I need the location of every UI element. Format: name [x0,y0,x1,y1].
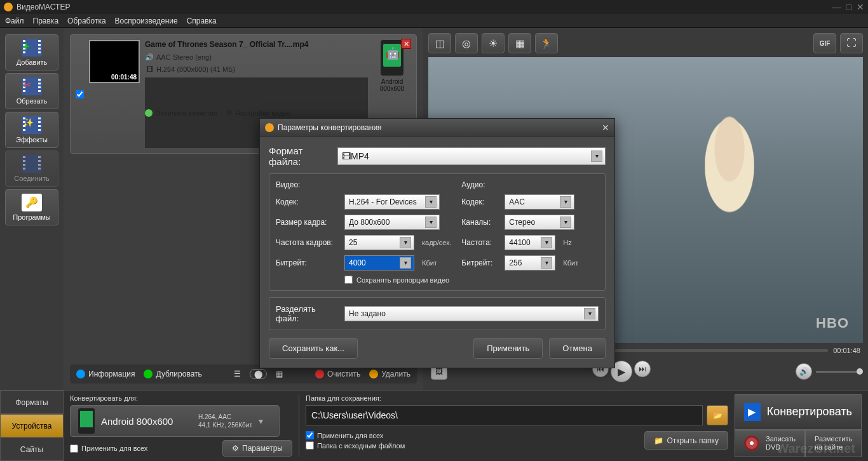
delete-icon [369,370,378,378]
tab-formats[interactable]: Форматы [0,391,64,414]
file-target: Android 800x600 [373,78,411,92]
sidebar-effects[interactable]: Эффекты [5,112,58,148]
save-as-button[interactable]: Сохранить как... [269,338,358,359]
duplicate-icon [144,370,153,378]
enhance-tool[interactable]: ◎ [455,33,478,53]
browse-folder-button[interactable]: 📂 [707,405,728,425]
minimize-button[interactable]: — [832,2,841,12]
fps-select[interactable]: 25 [344,235,414,250]
key-icon [22,194,42,211]
clear-button[interactable]: Очистить [315,370,360,378]
folder-path-input[interactable] [306,405,703,425]
file-duration: 00:01:48 [111,74,137,81]
app-title: ВидеоМАСТЕР [17,3,70,11]
menu-bar: Файл Правка Обработка Воспроизведение Сп… [0,14,868,28]
brightness-tool[interactable]: ☀ [482,33,505,53]
folder-open-icon: 📁 [654,436,663,445]
film-join-icon [22,155,42,173]
film-cut-icon [22,77,42,95]
menu-process[interactable]: Обработка [67,17,106,25]
format-select[interactable]: 🎞 MP4 [337,147,606,165]
android-device-icon [78,408,95,434]
speed-tool[interactable]: 🏃 [535,33,558,53]
gear-icon: ⚙ [232,444,239,453]
dialog-logo-icon [265,123,274,132]
convert-for-label: Конвертировать для: [70,394,292,402]
delete-button[interactable]: Удалить [369,370,410,378]
menu-help[interactable]: Справка [187,17,217,25]
view-toggle-icon[interactable]: ⬤ [250,369,267,379]
clear-icon [315,370,324,378]
convert-button[interactable]: Конвертировать [735,394,862,430]
file-thumbnail[interactable]: 00:01:48 [89,40,140,83]
sidebar-programs[interactable]: Программы [5,189,58,225]
crop-tool[interactable]: ◫ [428,33,451,53]
view-list-icon[interactable]: ☰ [234,370,241,378]
convert-icon [744,403,761,421]
apply-all-checkbox[interactable]: Применить для всех [70,444,147,453]
params-button[interactable]: ⚙Параметры [222,440,292,457]
app-logo-icon [4,3,13,11]
apply-button[interactable]: Применить [473,338,543,359]
gif-tool[interactable]: GIF [813,33,836,53]
file-name: Game of Thrones Season 7_ Official Tr...… [145,40,368,49]
keep-ratio-checkbox[interactable]: Сохранять пропорции видео [344,276,454,284]
volume-slider[interactable] [816,371,860,373]
watermark-text: HBO [816,315,849,331]
gear-icon: ⚙ [226,109,233,117]
burn-dvd-button[interactable]: ЗаписатьDVD [735,430,805,457]
cancel-button[interactable]: Отмена [549,338,606,359]
menu-edit[interactable]: Правка [33,17,59,25]
sidebar-join: Соединить [5,150,58,187]
sidebar-add[interactable]: Добавить [5,34,58,70]
audio-bitrate-select[interactable]: 256 [505,255,555,271]
folder-apply-all-checkbox[interactable]: Применить для всех [306,431,405,439]
quality-icon [145,109,153,117]
tab-sites[interactable]: Сайты [0,438,64,461]
duplicate-button[interactable]: Дублировать [144,370,201,378]
android-device-icon [381,40,403,76]
disc-icon [744,436,759,451]
video-codec-select[interactable]: H.264 - For Devices [344,194,440,210]
volume-button[interactable]: 🔊 [796,363,812,380]
dialog-title: Параметры конвертирования [278,123,382,132]
maximize-button[interactable]: □ [846,2,851,12]
chevron-down-icon: ▾ [259,416,271,426]
framesize-select[interactable]: До 800x600 [344,215,440,230]
open-folder-button[interactable]: 📁Открыть папку [644,431,728,450]
info-button[interactable]: Информация [76,370,135,378]
dialog-close-button[interactable]: ✕ [602,123,609,133]
next-button[interactable]: ⏭ [634,361,651,377]
film-plus-icon [22,39,42,57]
fullscreen-tool[interactable]: ⛶ [840,33,863,53]
post-site-button[interactable]: Разместитьна сайте [805,430,862,457]
source-folder-checkbox[interactable]: Папка с исходным файлом [306,441,405,450]
convert-target-selector[interactable]: Android 800x600 H.264, AAC44,1 KHz, 256К… [70,405,280,437]
video-icon: 🎞 [145,65,154,74]
menu-playback[interactable]: Воспроизведение [115,17,178,25]
channels-select[interactable]: Стерео [505,215,574,230]
video-bitrate-input[interactable]: 4000 [344,255,414,271]
tab-devices[interactable]: Устройства [0,414,64,438]
view-grid-icon[interactable]: ▦ [276,370,283,378]
film-fx-icon [22,116,42,134]
file-settings-link[interactable]: ⚙Настройки видео [226,109,291,117]
close-button[interactable]: ✕ [857,2,864,12]
playback-duration: 00:01:48 [833,347,860,354]
audio-icon: 🔊 [145,53,154,62]
menu-file[interactable]: Файл [5,17,24,25]
sidebar-cut[interactable]: Обрезать [5,73,58,109]
freq-select[interactable]: 44100 [505,235,555,250]
folder-label: Папка для сохранения: [306,394,728,402]
split-select[interactable]: Не задано [344,306,599,321]
audio-codec-select[interactable]: AAC [505,194,574,210]
file-checkbox[interactable] [76,90,84,98]
folder-icon: 📂 [713,411,722,420]
conversion-params-dialog: Параметры конвертирования ✕ Формат файла… [259,118,615,368]
frame-tool[interactable]: ▦ [508,33,531,53]
file-remove-button[interactable]: ✕ [401,39,411,49]
info-icon [76,370,85,378]
